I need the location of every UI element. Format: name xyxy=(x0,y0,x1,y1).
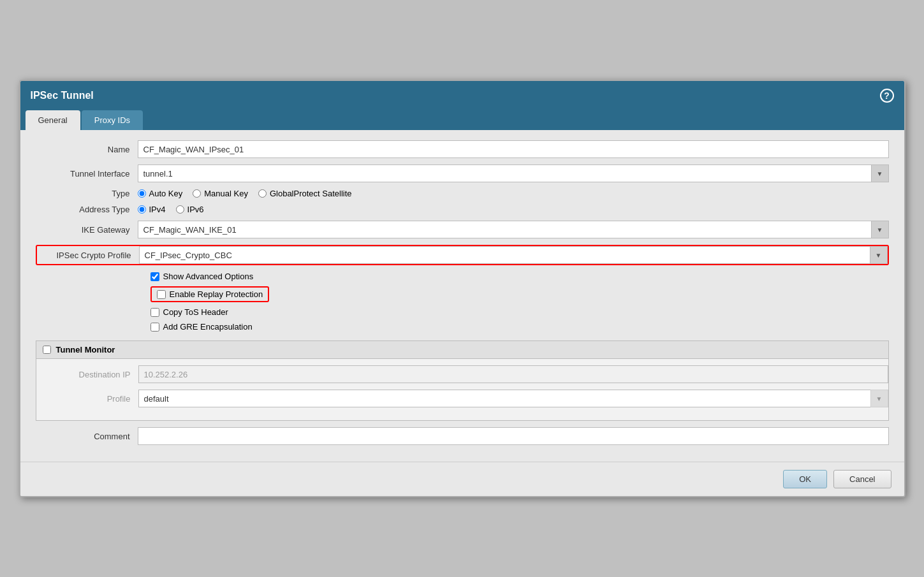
ipsec-crypto-row: IPSec Crypto Profile xyxy=(37,246,888,264)
type-manual-key-label: Manual Key xyxy=(204,189,248,198)
ipsec-crypto-dropdown[interactable] xyxy=(870,246,888,264)
address-type-row: Address Type IPv4 IPv6 xyxy=(36,205,889,214)
ipsec-crypto-highlighted: IPSec Crypto Profile xyxy=(36,245,889,265)
show-advanced-checkbox-label[interactable]: Show Advanced Options xyxy=(150,272,254,281)
ipsec-tunnel-dialog: IPSec Tunnel ? General Proxy IDs Name Tu… xyxy=(19,80,906,497)
tunnel-monitor-inner: Destination IP Profile xyxy=(36,359,888,407)
ipsec-crypto-input[interactable] xyxy=(139,246,870,264)
ike-gateway-input[interactable] xyxy=(138,221,871,238)
tunnel-interface-row: Tunnel Interface xyxy=(36,164,889,182)
comment-row: Comment xyxy=(36,427,889,445)
tunnel-interface-control xyxy=(138,164,889,182)
name-label: Name xyxy=(36,145,138,154)
comment-input[interactable] xyxy=(138,427,889,445)
cancel-button[interactable]: Cancel xyxy=(833,470,891,488)
profile-label: Profile xyxy=(36,394,138,404)
name-row: Name xyxy=(36,140,889,158)
destination-ip-label: Destination IP xyxy=(36,370,138,379)
copy-tos-checkbox-label[interactable]: Copy ToS Header xyxy=(150,307,228,317)
comment-label: Comment xyxy=(36,432,138,441)
type-row: Type Auto Key Manual Key GlobalProtect S… xyxy=(36,189,889,198)
tunnel-interface-dropdown[interactable] xyxy=(871,164,889,182)
ipsec-crypto-control xyxy=(139,246,888,264)
tab-proxy-ids[interactable]: Proxy IDs xyxy=(82,110,143,130)
ike-gateway-control xyxy=(138,221,889,238)
type-auto-key[interactable]: Auto Key xyxy=(138,189,183,198)
type-globalprotect[interactable]: GlobalProtect Satellite xyxy=(258,189,352,198)
enable-replay-checkbox-label[interactable]: Enable Replay Protection xyxy=(157,289,263,299)
profile-input[interactable] xyxy=(138,390,870,407)
ok-button[interactable]: OK xyxy=(783,470,827,488)
show-advanced-label: Show Advanced Options xyxy=(163,272,254,281)
type-auto-key-label: Auto Key xyxy=(149,189,183,198)
form-content: Name Tunnel Interface Type Auto Key Manu… xyxy=(20,130,904,462)
tunnel-monitor-checkbox[interactable] xyxy=(43,346,51,354)
tunnel-monitor-header: Tunnel Monitor xyxy=(36,341,888,359)
destination-ip-input[interactable] xyxy=(138,365,888,383)
help-icon[interactable]: ? xyxy=(880,89,894,103)
address-type-ipv6-label: IPv6 xyxy=(187,205,204,214)
add-gre-checkbox-label[interactable]: Add GRE Encapsulation xyxy=(150,322,253,332)
enable-replay-checkbox[interactable] xyxy=(157,290,166,299)
tunnel-interface-label: Tunnel Interface xyxy=(36,169,138,179)
tunnel-monitor-label: Tunnel Monitor xyxy=(56,345,115,354)
enable-replay-highlighted: Enable Replay Protection xyxy=(150,286,270,302)
copy-tos-label: Copy ToS Header xyxy=(163,307,228,317)
destination-ip-row: Destination IP xyxy=(36,365,888,383)
address-type-ipv6[interactable]: IPv6 xyxy=(176,205,204,214)
ike-gateway-dropdown[interactable] xyxy=(871,221,889,238)
enable-replay-row: Enable Replay Protection xyxy=(36,286,889,302)
profile-dropdown[interactable] xyxy=(870,390,888,407)
add-gre-row: Add GRE Encapsulation xyxy=(36,322,889,332)
tab-general[interactable]: General xyxy=(26,110,80,130)
add-gre-label: Add GRE Encapsulation xyxy=(163,322,253,332)
address-type-ipv4-label: IPv4 xyxy=(149,205,166,214)
type-radio-group: Auto Key Manual Key GlobalProtect Satell… xyxy=(138,189,889,198)
tunnel-interface-input[interactable] xyxy=(138,164,871,182)
name-input[interactable] xyxy=(138,140,889,158)
enable-replay-label: Enable Replay Protection xyxy=(170,289,263,299)
copy-tos-checkbox[interactable] xyxy=(150,308,159,317)
copy-tos-row: Copy ToS Header xyxy=(36,307,889,317)
dialog-footer: OK Cancel xyxy=(20,462,904,496)
profile-control xyxy=(138,390,888,407)
address-type-ipv4[interactable]: IPv4 xyxy=(138,205,166,214)
add-gre-checkbox[interactable] xyxy=(150,323,159,332)
ike-gateway-label: IKE Gateway xyxy=(36,225,138,235)
profile-row: Profile xyxy=(36,390,888,407)
type-label: Type xyxy=(36,189,138,198)
type-manual-key[interactable]: Manual Key xyxy=(193,189,248,198)
dialog-header: IPSec Tunnel ? xyxy=(20,81,904,110)
address-type-label: Address Type xyxy=(36,205,138,214)
show-advanced-checkbox[interactable] xyxy=(150,272,159,281)
type-globalprotect-label: GlobalProtect Satellite xyxy=(270,189,352,198)
address-type-radio-group: IPv4 IPv6 xyxy=(138,205,889,214)
tab-bar: General Proxy IDs xyxy=(20,110,904,130)
dialog-title: IPSec Tunnel xyxy=(31,90,94,101)
ike-gateway-row: IKE Gateway xyxy=(36,221,889,238)
show-advanced-row: Show Advanced Options xyxy=(36,272,889,281)
ipsec-crypto-label: IPSec Crypto Profile xyxy=(37,251,139,260)
tunnel-monitor-section: Tunnel Monitor Destination IP Profile xyxy=(36,340,889,421)
